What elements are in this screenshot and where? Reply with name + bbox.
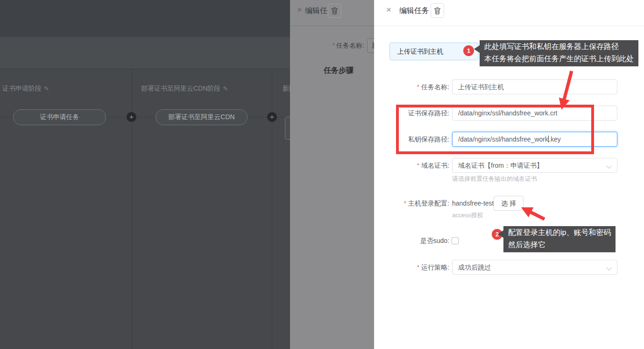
header-divider [290,26,374,26]
domain-cert-select[interactable]: 域名证书【from：申请证书】 [452,158,617,173]
run-policy-select[interactable]: 成功后跳过 [452,260,617,275]
domain-cert-label: *域名证书: [374,158,449,173]
close-icon[interactable]: × [297,5,302,15]
task-name-label: *任务名称: [290,42,364,50]
select-value: 域名证书【from：申请证书】 [458,162,543,169]
required-mark: * [404,199,406,207]
background-workflow-page: 证书申请阶段✎ 部署证书至阿里云CDN阶段✎ 新阶段 证书申请任务 + 部署证书… [0,0,290,349]
chevron-down-icon [606,163,611,168]
host-login-helper: access授权 [452,211,483,220]
key-path-label: 私钥保存路径: [374,132,449,147]
drawer-title: 编辑任务 [399,6,429,16]
chevron-down-icon [606,265,611,270]
cert-path-label: 证书保存路径: [374,106,449,121]
label-text: 主机登录配置: [408,199,449,207]
edit-stage-icon[interactable]: ✎ [44,85,49,92]
label-text: 域名证书: [421,162,449,169]
cert-path-input[interactable]: /data/nginx/ssl/handsfree_work.crt [452,106,617,121]
add-task-button[interactable]: + [267,112,277,122]
run-policy-label: *运行策略: [374,260,449,275]
edit-task-drawer: × 编辑任务 上传证书到主机 *任务名称: 上传证书到主机 证书保存路径: /d… [374,0,644,349]
stage-title-deploy-cdn: 部署证书至阿里云CDN阶段✎ [141,85,228,93]
edit-stage-icon[interactable]: ✎ [223,85,228,92]
trash-icon [434,7,441,14]
stage-title-new-stage: 新阶段 [283,85,290,93]
app-top-bar [0,0,290,37]
key-path-text: .key [549,135,561,143]
stage-title-text: 证书申请阶段 [2,85,42,92]
workflow-toolbar [0,37,290,69]
stage-title-cert-apply: 证书申请阶段✎ [2,85,49,93]
label-text: 证书保存路径: [408,109,449,117]
sudo-checkbox[interactable] [452,237,459,244]
required-mark: * [417,264,419,271]
stage-divider [132,69,132,349]
stage-title-text: 部署证书至阿里云CDN阶段 [141,85,220,92]
key-path-text: /data/nginx/ssl/handsfree_work [458,135,548,143]
host-login-label: *主机登录配置: [374,196,449,211]
label-text: 是否sudo: [420,237,449,244]
domain-cert-helper: 请选择前置任务输出的域名证书 [452,175,537,183]
task-pill-deploy-cdn[interactable]: 部署证书至阿里云CDN [156,109,248,125]
task-pill-cert-apply[interactable]: 证书申请任务 [13,109,106,125]
add-task-button[interactable]: + [127,112,136,122]
label-text: 任务名称: [336,42,364,49]
delete-task-button[interactable] [431,3,444,18]
delete-task-button[interactable] [328,4,341,18]
host-login-value: handsfree-test [452,196,494,211]
edit-task-drawer-behind: × 编辑任务 *任务名称: 新 任务步骤 [290,0,374,349]
stage-divider [272,69,272,349]
required-mark: * [333,42,335,49]
task-name-input[interactable]: 上传证书到主机 [452,79,617,94]
task-name-label: *任务名称: [374,79,449,94]
label-text: 私钥保存路径: [408,135,449,143]
task-steps-heading: 任务步骤 [324,66,354,76]
label-text: 运行策略: [421,264,449,271]
select-value: 成功后跳过 [458,264,491,271]
required-mark: * [417,162,419,169]
choose-host-button[interactable]: 选 择 [494,196,524,211]
required-mark: * [417,83,419,91]
task-type-selected-button[interactable]: 上传证书到主机 [389,43,479,60]
key-path-input[interactable]: /data/nginx/ssl/handsfree_work.key [452,132,617,147]
stage-title-text: 新阶段 [283,85,290,92]
header-divider [374,26,644,26]
task-card-partial[interactable] [285,117,290,140]
task-name-input[interactable]: 新 [367,38,374,53]
label-text: 任务名称: [421,83,449,91]
trash-icon [331,7,338,14]
close-icon[interactable]: × [386,5,391,15]
sudo-label: 是否sudo: [374,233,449,248]
